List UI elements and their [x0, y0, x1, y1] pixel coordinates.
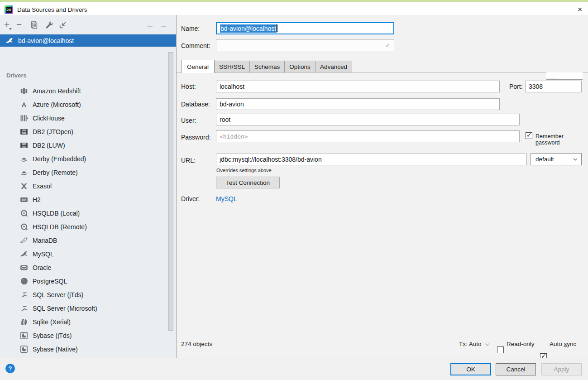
tab-advanced[interactable]: Advanced	[316, 61, 352, 73]
chevron-down-icon	[573, 158, 578, 161]
user-label: User:	[181, 117, 196, 124]
driver-item-sqlite-xerial[interactable]: Sqlite (Xerial)	[0, 315, 176, 329]
host-input[interactable]: localhost	[216, 81, 500, 92]
auto-sync-label: Auto sync	[550, 341, 576, 347]
driver-item-label: MariaDB	[33, 237, 57, 244]
window-title: Data Sources and Drivers	[17, 6, 87, 13]
read-only-checkbox[interactable]	[497, 346, 504, 353]
driver-item-label: Derby (Embedded)	[33, 155, 86, 163]
sidebar-scrollbar[interactable]	[168, 52, 173, 331]
tabs-baseline	[177, 72, 588, 73]
ok-button[interactable]: OK	[450, 363, 491, 375]
remember-label-post: assword	[539, 139, 560, 146]
forward-arrow-icon[interactable]: →	[159, 21, 168, 29]
password-input[interactable]: <hidden>	[216, 130, 520, 142]
driver-item-label: Amazon Redshift	[33, 87, 81, 95]
url-mode-dropdown[interactable]: default	[531, 153, 582, 165]
auto-sync-post: ync	[567, 341, 576, 347]
db2-icon: IBMDB2	[20, 128, 28, 136]
import-icon[interactable]	[59, 21, 67, 29]
driver-item-sybase-native[interactable]: Sybase (Native)	[0, 342, 176, 356]
driver-item-label: DB2 (JTOpen)	[33, 128, 73, 135]
mysql-icon	[20, 250, 28, 258]
name-label: Name:	[181, 25, 200, 32]
user-input[interactable]: root	[216, 114, 520, 125]
driver-item-label: Sybase (Native)	[33, 346, 78, 353]
driver-item-derby-embedded[interactable]: Derby (Embedded)	[0, 152, 176, 166]
sybase-icon	[20, 332, 28, 340]
driver-item-oracle[interactable]: Oracle	[0, 261, 176, 274]
postgresql-icon	[20, 277, 28, 285]
datasource-item-label: bd-avion@localhost	[18, 37, 74, 44]
driver-item-label: ClickHouse	[33, 115, 65, 122]
test-connection-button[interactable]: Test Connection	[216, 177, 280, 188]
apply-label: Apply	[554, 366, 569, 373]
close-icon[interactable]: ×	[573, 4, 587, 15]
driver-item-label: SQL Server (jTds)	[33, 291, 83, 298]
driver-item-label: Azure (Microsoft)	[33, 101, 81, 108]
driver-item-clickhouse[interactable]: ClickHouse	[0, 111, 176, 125]
driver-item-label: Sqlite (Xerial)	[33, 318, 71, 326]
port-value: 3308	[529, 83, 543, 90]
driver-item-db2-luw[interactable]: IBMDB2DB2 (LUW)	[0, 139, 176, 152]
help-icon[interactable]: ?	[5, 364, 15, 373]
h2-icon: H2	[20, 196, 28, 204]
test-connection-label: Test Connection	[226, 179, 270, 186]
driver-item-label: PostgreSQL	[33, 278, 67, 285]
tab-schemas[interactable]: Schemas	[250, 61, 285, 73]
remember-password-checkbox[interactable]	[526, 132, 532, 139]
url-value: jdbc:mysql://localhost:3308/bd-avion	[220, 156, 322, 163]
settings-wrench-icon[interactable]	[45, 21, 53, 29]
driver-item-label: HSQLDB (Remote)	[33, 223, 87, 231]
tab-ssh-ssl[interactable]: SSH/SSL	[215, 61, 250, 73]
driver-item-exasol[interactable]: Exasol	[0, 179, 176, 193]
driver-item-sybase-jtds[interactable]: Sybase (jTds)	[0, 329, 176, 342]
url-input[interactable]: jdbc:mysql://localhost:3308/bd-avion	[216, 154, 527, 165]
driver-item-sql-server-microsoft[interactable]: SQL Server (Microsoft)	[0, 302, 176, 315]
db2-icon: IBMDB2	[20, 141, 28, 149]
driver-item-hsqldb-local[interactable]: HSQLDB (Local)	[0, 207, 176, 220]
cancel-label: Cancel	[506, 366, 525, 373]
driver-item-label: SQL Server (Microsoft)	[33, 305, 97, 312]
data-sources-and-drivers-dialog: DG Data Sources and Drivers × + − ← → bd…	[0, 0, 588, 380]
database-input[interactable]: bd-avion	[216, 98, 500, 110]
driver-item-sql-server-jtds[interactable]: SQL Server (jTds)	[0, 288, 176, 302]
driver-item-mysql[interactable]: MySQL	[0, 247, 176, 261]
add-datasource-button[interactable]: +	[4, 19, 10, 29]
drivers-section-header: Drivers	[6, 72, 27, 79]
driver-item-h2[interactable]: H2H2	[0, 193, 176, 207]
driver-item-db2-jtopen[interactable]: IBMDB2DB2 (JTOpen)	[0, 125, 176, 139]
driver-item-derby-remote[interactable]: Derby (Remote)	[0, 166, 176, 179]
comment-input[interactable]	[216, 39, 394, 51]
tab-options[interactable]: Options	[285, 61, 316, 73]
datagrip-logo-letters: DG	[6, 7, 12, 13]
objects-count: 274 objects	[181, 341, 212, 347]
back-arrow-icon[interactable]: ←	[146, 21, 154, 29]
driver-item-amazon-redshift[interactable]: Amazon Redshift	[0, 84, 176, 98]
remember-password-label: Remember password	[535, 133, 588, 146]
remove-datasource-button[interactable]: −	[16, 19, 22, 29]
driver-item-hsqldb-remote[interactable]: HSQLDB (Remote)	[0, 220, 176, 234]
tx-mode-dropdown[interactable]: Tx: Auto	[459, 341, 482, 347]
name-input[interactable]: bd-avion@localhost	[216, 22, 394, 34]
svg-text:H2: H2	[22, 198, 26, 202]
driver-item-azure-microsoft[interactable]: Azure (Microsoft)	[0, 98, 176, 111]
drivers-list: Amazon RedshiftAzure (Microsoft)ClickHou…	[0, 84, 176, 356]
port-input[interactable]: 3308	[525, 81, 582, 92]
driver-item-postgresql[interactable]: PostgreSQL	[0, 274, 176, 288]
driver-item-mariadb[interactable]: MariaDB	[0, 234, 176, 247]
redshift-icon	[20, 87, 28, 95]
datasource-item-selected[interactable]: bd-avion@localhost	[0, 34, 176, 47]
driver-link[interactable]: MySQL	[216, 195, 237, 202]
popup-remnant-line	[546, 78, 558, 78]
apply-button[interactable]: Apply	[541, 363, 582, 375]
tab-general[interactable]: General	[181, 60, 215, 73]
driver-item-label: HSQLDB (Local)	[33, 210, 80, 217]
driver-item-label: DB2 (LUW)	[33, 142, 65, 149]
cancel-button[interactable]: Cancel	[496, 363, 536, 375]
sqlserver-icon	[20, 304, 28, 313]
expand-editor-icon[interactable]	[385, 43, 391, 48]
tx-chevron-down-icon[interactable]	[485, 343, 489, 346]
duplicate-icon[interactable]	[30, 21, 38, 29]
add-dropdown-caret-icon[interactable]	[9, 28, 12, 30]
